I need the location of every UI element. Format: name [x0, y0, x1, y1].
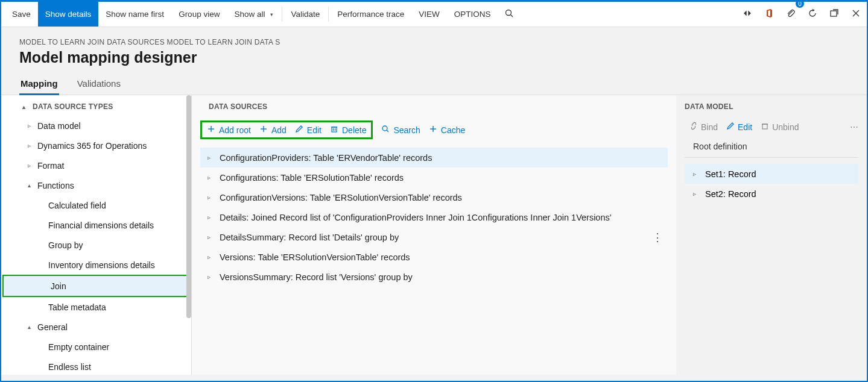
dm-label: Set2: Record: [705, 189, 756, 199]
data-model-panel: DATA MODEL Bind Edit Unbind ⋯ Root defin…: [676, 95, 867, 375]
data-source-types-header[interactable]: ▴ DATA SOURCE TYPES: [1, 95, 191, 116]
tab-validations-label: Validations: [77, 78, 121, 89]
page-tabs: Mapping Validations: [1, 71, 867, 95]
tree-item-empty-container[interactable]: Empty container: [1, 337, 191, 357]
main-layout: ▴ DATA SOURCE TYPES ▹Data model ▹Dynamic…: [1, 95, 867, 375]
cache-button[interactable]: Cache: [429, 125, 465, 135]
tab-validations[interactable]: Validations: [76, 75, 122, 95]
svg-line-17: [387, 130, 388, 132]
button-label: Edit: [738, 122, 752, 132]
tree-item-group-by[interactable]: Group by: [1, 235, 191, 255]
office-icon: [764, 8, 774, 20]
ds-label: Details: Joined Record list of 'Configur…: [220, 213, 612, 222]
data-sources-toolbar: Add root Add Edit Delete: [200, 116, 668, 144]
panel-title: DATA SOURCE TYPES: [33, 102, 113, 111]
validate-button[interactable]: Validate: [284, 2, 327, 27]
button-label: Delete: [342, 125, 366, 135]
data-sources-list: ▹ConfigurationProviders: Table 'ERVendor…: [200, 148, 668, 287]
connector-icon: [743, 8, 752, 20]
breadcrumb: MODEL TO LEARN JOIN DATA SOURCES MODEL T…: [19, 38, 849, 46]
popout-icon: [829, 8, 839, 20]
ds-row-configurationversions[interactable]: ▹ConfigurationVersions: Table 'ERSolutio…: [200, 187, 668, 207]
ds-row-versions[interactable]: ▹Versions: Table 'ERSolutionVersionTable…: [200, 247, 668, 267]
collapse-icon: ▴: [21, 104, 28, 110]
root-definition-label: Root definition: [693, 142, 850, 151]
pencil-icon: [726, 122, 735, 132]
edit-button[interactable]: Edit: [726, 122, 752, 132]
button-label: Unbind: [772, 122, 799, 132]
more-button[interactable]: ⋯: [850, 122, 858, 132]
view-menu[interactable]: VIEW: [411, 2, 447, 27]
tree-item-data-model[interactable]: ▹Data model: [1, 116, 191, 136]
scrollbar-thumb[interactable]: [186, 95, 191, 318]
plus-icon: [429, 125, 437, 135]
expand-icon: ▹: [25, 122, 33, 129]
tree-item-table-metadata[interactable]: Table metadata: [1, 297, 191, 317]
tree-item-join[interactable]: Join: [4, 276, 189, 296]
svg-line-4: [510, 14, 513, 17]
options-menu[interactable]: OPTIONS: [447, 2, 498, 27]
button-label: Cache: [441, 125, 465, 135]
refresh-button[interactable]: [802, 2, 823, 27]
bind-button[interactable]: Bind: [689, 122, 718, 132]
highlight-box-join: Join: [2, 275, 190, 297]
ds-row-versionssummary[interactable]: ▹VersionsSummary: Record list 'Versions'…: [200, 267, 668, 287]
trash-icon: [330, 125, 338, 135]
close-button[interactable]: [845, 2, 867, 27]
unbind-button[interactable]: Unbind: [761, 122, 799, 132]
expand-icon: ▹: [691, 171, 698, 177]
tree-item-endless-list[interactable]: Endless list: [1, 357, 191, 377]
button-label: Add root: [219, 125, 251, 135]
edit-button[interactable]: Edit: [295, 125, 322, 135]
svg-point-3: [505, 10, 511, 15]
tree-item-general[interactable]: ▴General: [1, 317, 191, 337]
show-name-first-button[interactable]: Show name first: [98, 2, 171, 27]
tab-mapping[interactable]: Mapping: [19, 75, 59, 95]
tree-item-financial-dimensions[interactable]: Financial dimensions details: [1, 215, 191, 235]
attachments-button[interactable]: 0: [780, 2, 802, 27]
add-button[interactable]: Add: [259, 125, 287, 135]
search-button[interactable]: [498, 2, 520, 27]
collapse-icon: ▴: [25, 324, 33, 330]
svg-point-16: [382, 126, 387, 131]
dm-row-set2[interactable]: ▹Set2: Record: [685, 184, 858, 204]
show-details-button[interactable]: Show details: [38, 2, 99, 27]
expand-icon: ▹: [205, 214, 212, 221]
ds-row-details[interactable]: ▹Details: Joined Record list of 'Configu…: [200, 207, 668, 227]
highlight-box-ds-buttons: Add root Add Edit Delete: [200, 121, 373, 139]
validate-label: Validate: [291, 10, 320, 19]
ds-row-configurations[interactable]: ▹Configurations: Table 'ERSolutionTable'…: [200, 168, 668, 187]
expand-icon: ▹: [691, 190, 698, 197]
tree-item-d365[interactable]: ▹Dynamics 365 for Operations: [1, 136, 191, 155]
tree-item-format[interactable]: ▹Format: [1, 155, 191, 175]
save-button[interactable]: Save: [1, 2, 38, 27]
popout-button[interactable]: [823, 2, 845, 27]
svg-rect-20: [762, 124, 767, 129]
tree-item-calculated-field[interactable]: Calculated field: [1, 195, 191, 215]
link-icon: [689, 122, 698, 132]
show-all-dropdown[interactable]: Show all ▾: [227, 2, 280, 27]
options-label: OPTIONS: [454, 10, 491, 19]
show-name-first-label: Show name first: [106, 10, 164, 19]
delete-button[interactable]: Delete: [330, 125, 366, 135]
more-icon: ⋯: [850, 122, 858, 132]
tree-item-functions[interactable]: ▴Functions: [1, 175, 191, 195]
ds-row-configurationproviders[interactable]: ▹ConfigurationProviders: Table 'ERVendor…: [200, 148, 668, 168]
tab-mapping-label: Mapping: [21, 78, 58, 89]
office-button[interactable]: [758, 2, 780, 27]
tree-item-inventory-dimensions[interactable]: Inventory dimensions details: [1, 255, 191, 275]
svg-rect-5: [831, 11, 837, 16]
connector-button[interactable]: [737, 2, 758, 27]
dm-row-set1[interactable]: ▹Set1: Record: [685, 164, 858, 184]
group-view-button[interactable]: Group view: [171, 2, 227, 27]
more-icon[interactable]: ⋮: [652, 231, 662, 244]
button-label: Bind: [701, 122, 718, 132]
performance-trace-button[interactable]: Performance trace: [330, 2, 411, 27]
root-definition: Root definition: [685, 138, 858, 158]
search-button[interactable]: Search: [381, 125, 420, 135]
add-root-button[interactable]: Add root: [207, 125, 251, 135]
collapse-icon: ▴: [25, 182, 33, 189]
data-source-types-panel: ▴ DATA SOURCE TYPES ▹Data model ▹Dynamic…: [1, 95, 192, 375]
paperclip-icon: [786, 8, 796, 20]
ds-row-detailssummary[interactable]: ▹DetailsSummary: Record list 'Details' g…: [200, 227, 668, 247]
